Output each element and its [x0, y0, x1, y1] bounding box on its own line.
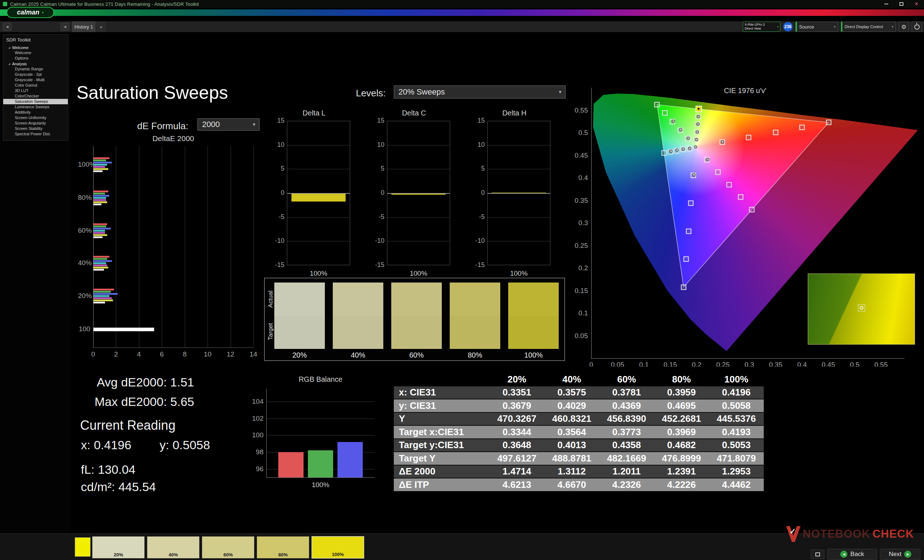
sidebar-item-welcome[interactable]: Welcome	[3, 50, 68, 55]
sidebar-group[interactable]: ◢Welcome	[3, 45, 68, 50]
x-axis-label: 0.3	[738, 361, 760, 367]
add-tab-button[interactable]: +	[96, 21, 106, 32]
delta-c-chart: Delta C151050-5-10-15100%	[374, 108, 454, 278]
sidebar-item-luminance-sweeps[interactable]: Luminance Sweeps	[3, 104, 68, 110]
minimize-button[interactable]	[879, 0, 894, 8]
meter-select-button[interactable]: X-Rite i1Pro 2 Direct View ▾	[743, 22, 780, 32]
sidebar-item-grayscale-2pt[interactable]: Grayscale - 2pt	[3, 72, 68, 77]
target-marker-magenta	[727, 182, 732, 187]
table-cell: 0.3679	[489, 400, 544, 411]
table-cell: 456.8390	[599, 413, 654, 424]
sidebar-item-screen-angularity[interactable]: Screen Angularity	[3, 121, 68, 126]
panel-collapse-button[interactable]: ◀	[3, 23, 12, 31]
swatch-20%	[274, 283, 325, 349]
sidebar-item-additivity[interactable]: Additivity	[3, 110, 68, 115]
chevron-down-icon: ▾	[42, 10, 44, 15]
y-axis-label: 10	[274, 141, 284, 149]
sidebar-item-screen-stability[interactable]: Screen Stability	[3, 126, 68, 131]
de-formula-select[interactable]: 2000 ▼	[197, 118, 260, 130]
bar	[93, 230, 105, 232]
back-label: Back	[850, 551, 864, 558]
table-row: ΔE ITP4.62134.66704.23264.22264.4462	[394, 478, 764, 492]
result-thumb-40%[interactable]: 40%	[147, 536, 200, 559]
y-axis-label: 5	[374, 165, 384, 172]
collapse-left-icon: ◀	[6, 25, 9, 28]
y-axis-label: 60%	[78, 227, 90, 235]
next-button[interactable]: Next ▶	[880, 549, 920, 560]
sidebar-item-options[interactable]: Options	[3, 55, 68, 61]
measured-marker	[679, 128, 682, 131]
sidebar-group[interactable]: ◢Analysis	[3, 61, 68, 66]
tab-history-1[interactable]: History 1	[72, 21, 96, 32]
bar	[93, 193, 105, 195]
swatch-label: 100%	[508, 351, 559, 359]
sidebar-item-dynamic-range[interactable]: Dynamic Range	[3, 66, 68, 72]
swatch-strip: ActualTarget20%40%60%80%100%	[264, 278, 565, 361]
table-column-header: 100%	[709, 374, 764, 385]
target-marker-red	[773, 130, 778, 135]
swatch-label: 20%	[274, 351, 325, 359]
table-cell: 4.2226	[654, 479, 709, 490]
x-axis-label: 100%	[287, 270, 350, 277]
bar	[93, 168, 108, 170]
bar	[93, 260, 112, 262]
levels-select[interactable]: 20% Sweeps ▼	[394, 85, 566, 99]
settings-button[interactable]: ⚙	[899, 22, 909, 32]
y-axis-label: 102	[249, 415, 264, 422]
tree-expand-icon[interactable]: ◢	[8, 46, 10, 49]
thumb-label: 20%	[114, 552, 123, 558]
sidebar-item-colorchecker[interactable]: ColorChecker	[3, 93, 68, 99]
gridline	[93, 146, 93, 347]
result-thumb-20%[interactable]: 20%	[92, 536, 145, 559]
table-cell: 476.8999	[654, 453, 709, 464]
table-row-label: x: CIE31	[394, 387, 489, 398]
de-formula-value: 2000	[202, 120, 220, 129]
sidebar-collapse-button[interactable]: ◀	[61, 23, 69, 31]
sidebar-item-color-gamut[interactable]: Color Gamut	[3, 82, 68, 88]
y-axis-label: 100%	[78, 160, 90, 169]
table-row-label: ΔE 2000	[394, 466, 489, 477]
tree-expand-icon[interactable]: ◢	[8, 63, 10, 65]
table-row: ΔE 20001.47141.31121.20111.23911.2953	[394, 466, 764, 479]
swatch-actual-half	[450, 283, 500, 316]
back-button[interactable]: ◀ Back	[827, 549, 877, 560]
maximize-button[interactable]	[894, 0, 909, 8]
sidebar-item-3d-lut[interactable]: 3D LUT	[3, 88, 68, 93]
bar	[93, 289, 114, 290]
meter-count-badge[interactable]: 236	[783, 22, 793, 31]
bar	[93, 159, 106, 161]
result-thumb-100%[interactable]: 100%	[312, 536, 364, 559]
target-marker-blue	[686, 228, 692, 234]
layout-button[interactable]	[811, 550, 824, 559]
bar	[93, 162, 112, 163]
measured-marker	[675, 149, 679, 152]
x-axis-label: 4	[134, 350, 144, 358]
power-button[interactable]	[912, 22, 922, 32]
table-row-label: y: CIE31	[394, 400, 489, 411]
result-thumb-80%[interactable]: 80%	[256, 536, 309, 559]
calman-logo-button[interactable]: calman ▾	[6, 7, 54, 18]
table-cell: 0.3773	[599, 427, 654, 438]
table-cell: 0.3344	[489, 427, 544, 438]
window-controls: ×	[879, 0, 924, 8]
source-select[interactable]: Source ▾	[795, 22, 838, 32]
y-axis-label: 0.3	[571, 219, 588, 227]
x-axis-label: 10	[202, 350, 213, 358]
sidebar-item-saturation-sweeps[interactable]: Saturation Sweeps	[3, 99, 68, 104]
current-patch-thumb[interactable]	[75, 537, 91, 557]
close-button[interactable]: ×	[909, 0, 924, 8]
y-axis-label: 0.45	[571, 151, 588, 159]
sidebar: SDR Toolkit ◢WelcomeWelcomeOptions◢Analy…	[0, 32, 71, 533]
table-row: y: CIE310.36790.40290.43690.46950.5058	[394, 400, 764, 413]
avg-de2000: Avg dE2000: 1.51	[97, 375, 194, 389]
sidebar-item-spectral-power-dist-[interactable]: Spectral Power Dist.	[3, 131, 68, 137]
plot-border	[487, 121, 550, 265]
table-row-label: Target x:CIE31	[394, 427, 489, 438]
delta-h-chart: Delta H151050-5-10-15100%	[475, 108, 554, 278]
sidebar-item-grayscale-multi[interactable]: Grayscale - Multi	[3, 77, 68, 82]
result-thumb-60%[interactable]: 60%	[202, 536, 255, 559]
target-marker-magenta	[738, 194, 743, 199]
display-control-select[interactable]: Direct Display Control ▾	[841, 22, 896, 32]
sidebar-item-screen-uniformity[interactable]: Screen Uniformity	[3, 115, 68, 121]
table-cell: 4.2326	[599, 479, 654, 490]
